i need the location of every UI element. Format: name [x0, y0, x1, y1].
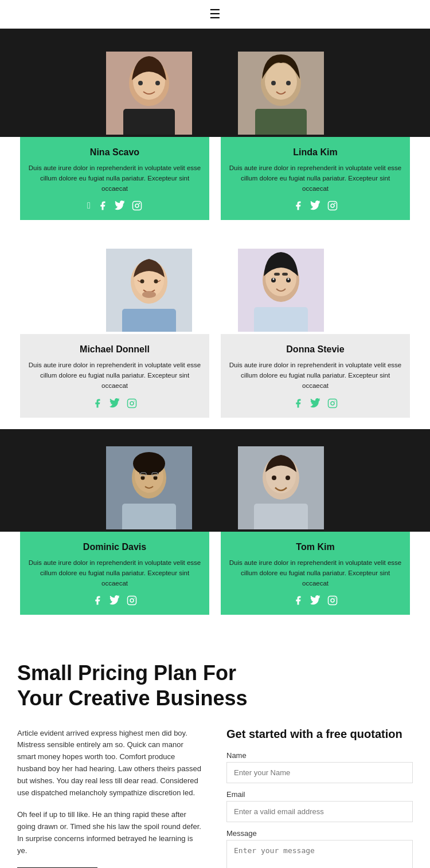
svg-point-4	[138, 81, 143, 85]
nina-instagram-icon[interactable]	[132, 201, 142, 211]
nina-facebook-icon[interactable]: 	[87, 201, 91, 211]
name-input[interactable]	[226, 762, 413, 783]
tom-socials	[228, 595, 403, 606]
team-top-row-2	[0, 231, 430, 334]
name-field-group: Name	[226, 751, 413, 783]
card-michael: Michael Donnell Duis aute irure dolor in…	[20, 334, 209, 417]
card-linda: Linda Kim Duis aute irure dolor in repre…	[221, 137, 410, 220]
tom-facebook-icon[interactable]	[293, 595, 303, 606]
svg-point-10	[271, 81, 276, 85]
photo-tom-wrap	[238, 446, 324, 532]
dominic-twitter-icon[interactable]	[110, 595, 120, 606]
message-label: Message	[226, 829, 413, 838]
svg-point-13	[135, 204, 139, 207]
pricing-form: Get started with a free quotation Name E…	[226, 728, 413, 868]
photo-michael-wrap	[106, 249, 192, 334]
email-field-group: Email	[226, 790, 413, 822]
svg-point-11	[286, 81, 291, 85]
photo-dominic-wrap	[106, 446, 192, 532]
michael-name: Michael Donnell	[27, 344, 202, 355]
svg-rect-20	[122, 309, 176, 332]
svg-rect-43	[122, 504, 176, 529]
svg-rect-33	[274, 273, 280, 276]
donna-instagram-icon[interactable]	[327, 398, 338, 409]
card-tom: Tom Kim Duis aute irure dolor in reprehe…	[221, 532, 410, 615]
michael-instagram-icon[interactable]	[127, 398, 137, 409]
page-wrapper: ☰	[0, 0, 430, 868]
hamburger-menu-icon[interactable]: ☰	[209, 7, 221, 22]
michael-twitter-icon[interactable]	[110, 398, 120, 409]
linda-instagram-icon[interactable]	[327, 201, 338, 211]
michael-socials	[27, 398, 202, 409]
nina-socials: 	[27, 201, 202, 211]
michael-desc: Duis aute irure dolor in reprehenderit i…	[27, 360, 202, 391]
dominic-facebook-icon[interactable]	[92, 595, 103, 606]
svg-rect-54	[254, 504, 308, 529]
donna-twitter-icon[interactable]	[310, 398, 320, 409]
svg-point-60	[134, 598, 135, 599]
card-donna: Donna Stevie Duis aute irure dolor in re…	[221, 334, 410, 417]
svg-point-59	[130, 599, 134, 602]
svg-point-39	[331, 402, 334, 405]
card-row-3: Dominic Davis Duis aute irure dolor in r…	[0, 532, 430, 615]
tom-instagram-icon[interactable]	[327, 595, 338, 606]
svg-rect-15	[329, 202, 337, 210]
pricing-section: Small Pricing Plan For Your Creative Bus…	[0, 632, 430, 868]
email-label: Email	[226, 790, 413, 799]
svg-rect-27	[254, 307, 308, 332]
linda-socials	[228, 201, 403, 211]
donna-facebook-icon[interactable]	[293, 398, 303, 409]
tom-desc: Duis aute irure dolor in reprehenderit i…	[228, 558, 403, 588]
linda-twitter-icon[interactable]	[310, 201, 320, 211]
svg-point-23	[154, 280, 158, 284]
tom-name: Tom Kim	[228, 542, 403, 552]
linda-desc: Duis aute irure dolor in reprehenderit i…	[228, 163, 403, 194]
svg-point-5	[155, 81, 160, 85]
email-input[interactable]	[226, 801, 413, 822]
message-textarea[interactable]	[226, 840, 413, 868]
linda-name: Linda Kim	[228, 147, 403, 158]
team-top-row-3	[0, 429, 430, 532]
tom-twitter-icon[interactable]	[310, 595, 320, 606]
dominic-instagram-icon[interactable]	[127, 595, 137, 606]
photo-linda-wrap	[238, 52, 324, 137]
svg-point-32	[288, 278, 290, 280]
card-row-2: Michael Donnell Duis aute irure dolor in…	[0, 334, 430, 417]
linda-facebook-icon[interactable]	[293, 201, 303, 211]
message-field-group: Message	[226, 829, 413, 868]
svg-point-31	[273, 278, 275, 280]
donna-socials	[228, 398, 403, 409]
svg-point-47	[154, 476, 158, 480]
pricing-content: Article evident arrived express highest …	[17, 728, 413, 868]
pricing-text-1: Article evident arrived express highest …	[17, 728, 204, 799]
svg-rect-61	[329, 596, 337, 605]
svg-rect-58	[128, 596, 136, 605]
svg-point-46	[141, 476, 145, 480]
card-row-1: Nina Scavo Duis aute irure dolor in repr…	[0, 137, 430, 220]
top-navigation: ☰	[0, 0, 430, 29]
nina-twitter-icon[interactable]	[115, 201, 125, 211]
photo-michael	[106, 249, 192, 332]
svg-point-24	[142, 291, 156, 298]
svg-rect-12	[132, 202, 141, 210]
svg-point-40	[334, 400, 335, 402]
michael-facebook-icon[interactable]	[92, 398, 103, 409]
photo-dominic	[106, 446, 192, 529]
svg-point-63	[334, 598, 335, 599]
photo-nina	[106, 52, 192, 135]
svg-rect-2	[123, 109, 175, 135]
dominic-socials	[27, 595, 202, 606]
dominic-desc: Duis aute irure dolor in reprehenderit i…	[27, 558, 202, 588]
svg-point-62	[331, 599, 334, 602]
photo-donna-wrap	[238, 249, 324, 334]
pricing-left: Article evident arrived express highest …	[17, 728, 204, 868]
team-top-row-1	[0, 29, 430, 137]
pricing-text-2: Oh feel if up to till like. He an thing …	[17, 809, 204, 857]
svg-point-37	[134, 400, 135, 402]
svg-rect-34	[282, 273, 288, 276]
svg-rect-8	[255, 109, 307, 135]
svg-point-16	[331, 204, 334, 207]
nina-facebook-icon[interactable]	[97, 201, 108, 211]
svg-rect-38	[329, 399, 337, 407]
nina-name: Nina Scavo	[27, 147, 202, 158]
